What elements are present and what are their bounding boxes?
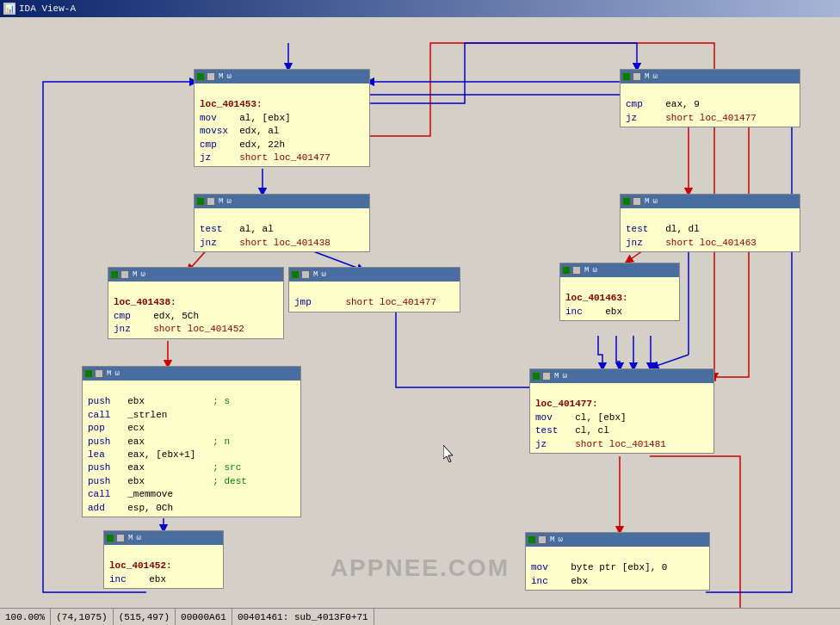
node-jmp[interactable]: M ω jmp short loc_401477: [288, 267, 460, 312]
node-btn-green[interactable]: [532, 372, 540, 381]
node-btn-green[interactable]: [562, 266, 571, 275]
svg-marker-14: [443, 445, 453, 462]
title-bar: 📊 IDA View-A: [0, 0, 840, 17]
status-zoom: 100.00%: [0, 609, 51, 625]
node-btn-gray1[interactable]: [116, 534, 125, 542]
node-header: M ω: [104, 531, 223, 545]
node-btn-gray1[interactable]: [572, 266, 581, 275]
node-header: M ω: [560, 263, 679, 277]
graph-area[interactable]: M ω loc_401453: mov al, [ebx] movsx edx,…: [0, 17, 840, 608]
node-header: M ω: [530, 369, 713, 383]
node-header: M ω: [195, 70, 369, 84]
title-icon: 📊: [3, 3, 15, 15]
status-coords1: (74,1075): [51, 609, 113, 625]
node-btn-gray1[interactable]: [633, 72, 641, 81]
node-push-block[interactable]: M ω push ebx ; s call _strlen pop ecx pu…: [82, 366, 301, 517]
watermark: APPNEE.COM: [330, 554, 510, 582]
node-header: M ω: [195, 195, 369, 208]
node-header: M ω: [621, 70, 800, 84]
node-btn-gray1[interactable]: [542, 372, 551, 381]
node-header: M ω: [621, 195, 800, 208]
node-btn-gray1[interactable]: [301, 270, 310, 279]
node-mov-byte[interactable]: M ω mov byte ptr [ebx], 0 inc ebx: [525, 532, 710, 591]
title-label: IDA View-A: [19, 3, 76, 14]
node-body: loc_401438: cmp edx, 5Ch jnz short loc_4…: [108, 282, 283, 338]
node-body: test al, al jnz short loc_401438: [195, 208, 369, 251]
node-btn-gray1[interactable]: [633, 197, 641, 206]
node-btn-gray1[interactable]: [207, 197, 215, 206]
node-btn-gray1[interactable]: [120, 270, 129, 279]
node-btn-green[interactable]: [196, 72, 205, 81]
node-loc401438[interactable]: M ω loc_401438: cmp edx, 5Ch jnz short l…: [108, 267, 284, 339]
node-btn-gray1[interactable]: [95, 369, 103, 378]
node-header: M ω: [83, 367, 300, 381]
node-body: test dl, dl jnz short loc_401463: [621, 208, 800, 251]
node-cmp-eax9[interactable]: M ω cmp eax, 9 jz short loc_401477: [620, 69, 800, 127]
node-btn-green[interactable]: [622, 197, 631, 206]
node-btn-gray1[interactable]: [207, 72, 215, 81]
node-body: loc_401477: mov cl, [ebx] test cl, cl jz…: [530, 383, 713, 453]
node-body: jmp short loc_401477: [289, 282, 460, 312]
node-body: cmp eax, 9 jz short loc_401477: [621, 84, 800, 127]
status-bar: 100.00% (74,1075) (515,497) 00000A61 004…: [0, 608, 840, 625]
node-btn-green[interactable]: [106, 534, 114, 542]
node-btn-green[interactable]: [196, 197, 205, 206]
node-body: mov byte ptr [ebx], 0 inc ebx: [526, 547, 709, 590]
status-info: 00401461: sub_4013F0+71: [232, 609, 374, 625]
node-loc401453[interactable]: M ω loc_401453: mov al, [ebx] movsx edx,…: [194, 69, 370, 167]
node-btn-green[interactable]: [110, 270, 119, 279]
node-loc401477[interactable]: M ω loc_401477: mov cl, [ebx] test cl, c…: [529, 368, 714, 454]
mouse-cursor: [443, 445, 457, 465]
node-btn-green[interactable]: [528, 535, 536, 544]
node-body: loc_401452: inc ebx: [104, 545, 223, 588]
node-header: M ω: [526, 533, 709, 547]
node-body: loc_401463: inc ebx: [560, 277, 679, 320]
main-content: M ω loc_401453: mov al, [ebx] movsx edx,…: [0, 17, 840, 625]
status-address: 00000A61: [176, 609, 232, 625]
node-loc401452[interactable]: M ω loc_401452: inc ebx: [103, 530, 224, 589]
svg-line-9: [654, 355, 689, 367]
node-test-al[interactable]: M ω test al, al jnz short loc_401438: [194, 194, 370, 252]
node-btn-green[interactable]: [291, 270, 300, 279]
node-loc401463[interactable]: M ω loc_401463: inc ebx: [559, 263, 680, 321]
status-coords2: (515,497): [114, 609, 176, 625]
node-header: M ω: [108, 268, 283, 282]
node-body: push ebx ; s call _strlen pop ecx push e…: [83, 381, 300, 517]
node-header: M ω: [289, 268, 460, 282]
node-btn-green[interactable]: [84, 369, 93, 378]
node-test-dl[interactable]: M ω test dl, dl jnz short loc_401463: [620, 194, 800, 252]
node-btn-green[interactable]: [622, 72, 631, 81]
node-btn-gray1[interactable]: [538, 535, 547, 544]
node-body: loc_401453: mov al, [ebx] movsx edx, al …: [195, 84, 369, 166]
